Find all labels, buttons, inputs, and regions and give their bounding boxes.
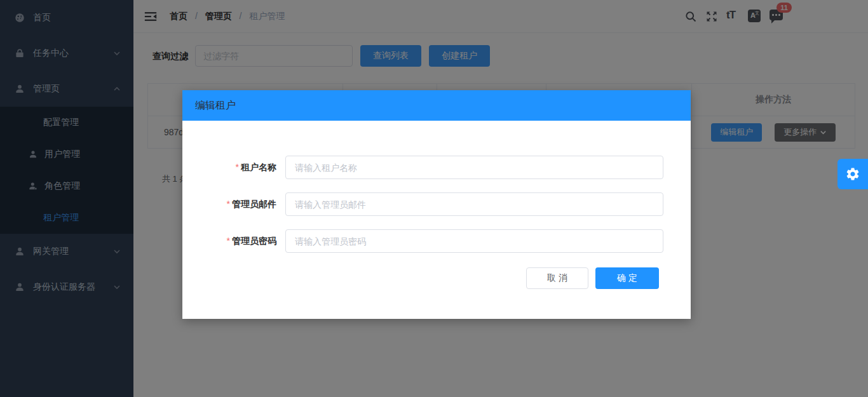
tenant-name-input[interactable]	[285, 156, 663, 179]
settings-panel-button[interactable]	[837, 159, 868, 189]
tenant-name-label: *租户名称	[182, 156, 276, 179]
gear-icon	[845, 166, 860, 182]
admin-email-label: *管理员邮件	[182, 192, 276, 216]
admin-password-label: *管理员密码	[182, 229, 276, 253]
modal-title: 编辑租户	[195, 99, 236, 112]
confirm-button[interactable]: 确 定	[595, 267, 659, 289]
edit-tenant-modal: 编辑租户 *租户名称 *管理员邮件 *管理员密码 取 消 确 定	[182, 90, 691, 319]
admin-email-input[interactable]	[285, 192, 663, 216]
modal-header: 编辑租户	[182, 90, 691, 121]
cancel-button[interactable]: 取 消	[526, 267, 588, 289]
admin-password-input[interactable]	[285, 229, 663, 253]
app-root: 首页 任务中心 管理页 配置管理 用户管理 角色管理 租户管	[0, 0, 868, 397]
